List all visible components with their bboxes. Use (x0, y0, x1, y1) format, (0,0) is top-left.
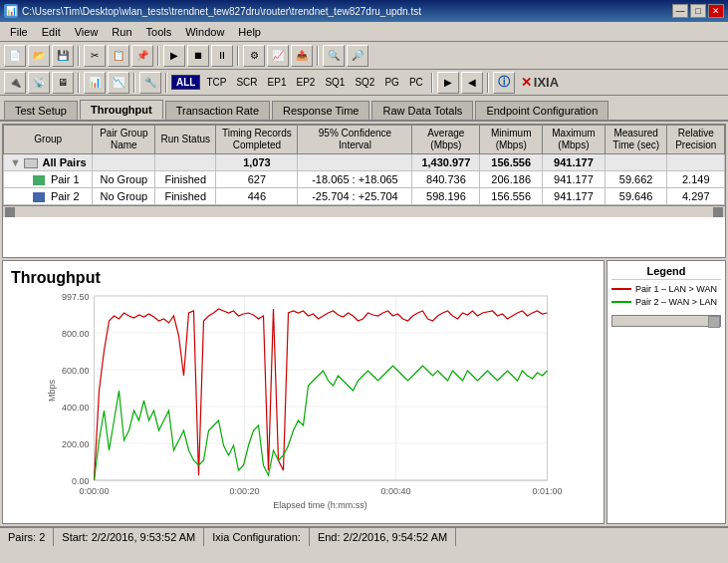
chart-title: Throughput (11, 269, 596, 287)
export-button[interactable]: 📤 (291, 45, 313, 67)
zoom-in-button[interactable]: 🔍 (323, 45, 345, 67)
info-button[interactable]: ⓘ (493, 72, 515, 94)
tb2-btn4[interactable]: 📊 (84, 72, 106, 94)
cut-button[interactable]: ✂ (84, 45, 106, 67)
tab-test-setup[interactable]: Test Setup (4, 101, 78, 120)
tab-endpoint-config[interactable]: Endpoint Configuration (475, 101, 608, 120)
toolbar2-separator-1 (78, 73, 80, 93)
proto-scr[interactable]: SCR (232, 76, 261, 89)
svg-text:400.00: 400.00 (62, 403, 90, 413)
all-button[interactable]: ALL (171, 75, 200, 90)
minimize-button[interactable]: — (672, 4, 688, 18)
settings-button[interactable]: ⚙ (243, 45, 265, 67)
end-time: End: 2/2/2016, 9:54:52 AM (318, 531, 447, 543)
cell-group: ▼ All Pairs (4, 154, 93, 171)
save-button[interactable]: 💾 (52, 45, 74, 67)
status-ixia-config: Ixia Configuration: (204, 528, 310, 546)
tab-raw-data-totals[interactable]: Raw Data Totals (371, 101, 473, 120)
toolbar-separator-1 (78, 46, 80, 66)
close-button[interactable]: ✕ (708, 4, 724, 18)
menu-view[interactable]: View (69, 25, 105, 39)
menu-bar: File Edit View Run Tools Window Help (0, 22, 728, 42)
cell-pair-group-name (93, 154, 155, 171)
col-pair-group-name: Pair GroupName (93, 126, 155, 154)
menu-tools[interactable]: Tools (140, 25, 178, 39)
cell-timing-records: 1,073 (216, 154, 298, 171)
proto-ep2[interactable]: EP2 (292, 76, 319, 89)
status-pairs: Pairs: 2 (0, 528, 54, 546)
tab-bar: Test Setup Throughput Transaction Rate R… (0, 96, 728, 122)
title-bar: 📊 C:\Users\Tim\Desktop\wlan_tests\trendn… (0, 0, 728, 22)
menu-help[interactable]: Help (232, 25, 267, 39)
menu-file[interactable]: File (4, 25, 34, 39)
col-run-status: Run Status (155, 126, 216, 154)
back-button[interactable]: ◀ (461, 72, 483, 94)
paste-button[interactable]: 📌 (131, 45, 153, 67)
chart-container: Throughput 997.50 800.00 600.00 400.00 (2, 260, 726, 524)
cell-minimum: 206.186 (480, 171, 543, 188)
maximize-button[interactable]: □ (690, 4, 706, 18)
cell-measured-time (605, 154, 667, 171)
new-button[interactable]: 📄 (4, 45, 26, 67)
tb2-btn5[interactable]: 📉 (108, 72, 129, 94)
cell-relative-precision: 4.297 (667, 188, 725, 205)
menu-run[interactable]: Run (106, 25, 137, 39)
legend-line-pair1 (611, 288, 631, 290)
legend-area: Legend Pair 1 – LAN > WAN Pair 2 – WAN >… (607, 260, 726, 524)
legend-scrollbar[interactable] (611, 315, 721, 327)
svg-text:600.00: 600.00 (62, 366, 90, 376)
chart-button[interactable]: 📈 (267, 45, 289, 67)
table-row[interactable]: ▼ All Pairs 1,073 1,430.977 156.556 941.… (4, 154, 725, 171)
tab-throughput[interactable]: Throughput (80, 100, 163, 120)
legend-label-pair1: Pair 1 – LAN > WAN (635, 284, 717, 294)
tab-response-time[interactable]: Response Time (272, 101, 369, 120)
col-group: Group (4, 126, 93, 154)
table-row[interactable]: Pair 1 No Group Finished 627 -18.065 : +… (4, 171, 725, 188)
col-average: Average(Mbps) (412, 126, 480, 154)
tb2-btn1[interactable]: 🔌 (4, 72, 26, 94)
proto-sq1[interactable]: SQ1 (321, 76, 349, 89)
cell-relative-precision (667, 154, 725, 171)
tb2-btn6[interactable]: 🔧 (139, 72, 161, 94)
proto-ep1[interactable]: EP1 (264, 76, 291, 89)
proto-sq2[interactable]: SQ2 (351, 76, 378, 89)
menu-window[interactable]: Window (179, 25, 230, 39)
proto-pg[interactable]: PG (380, 76, 402, 89)
pause-button[interactable]: ⏸ (211, 45, 233, 67)
tb2-btn3[interactable]: 🖥 (52, 72, 74, 94)
toolbar-separator-3 (237, 46, 239, 66)
cell-maximum: 941.177 (543, 188, 606, 205)
cell-average: 840.736 (412, 171, 480, 188)
toolbar-separator-2 (157, 46, 159, 66)
zoom-out-button[interactable]: 🔎 (347, 45, 368, 67)
cell-measured-time: 59.646 (605, 188, 667, 205)
tb2-btn2[interactable]: 📡 (28, 72, 50, 94)
tab-transaction-rate[interactable]: Transaction Rate (165, 101, 270, 120)
svg-text:Elapsed time (h:mm:ss): Elapsed time (h:mm:ss) (273, 500, 367, 510)
col-timing-records: Timing RecordsCompleted (216, 126, 298, 154)
table-row[interactable]: Pair 2 No Group Finished 446 -25.704 : +… (4, 188, 725, 205)
cell-average: 598.196 (412, 188, 480, 205)
run-button[interactable]: ▶ (163, 45, 185, 67)
proto-tcp[interactable]: TCP (202, 76, 230, 89)
cell-run-status: Finished (155, 188, 216, 205)
cell-confidence: -18.065 : +18.065 (298, 171, 412, 188)
open-button[interactable]: 📂 (28, 45, 50, 67)
ixia-config-label: Ixia Configuration: (212, 531, 301, 543)
cell-relative-precision: 2.149 (667, 171, 725, 188)
window-title: C:\Users\Tim\Desktop\wlan_tests\trendnet… (22, 6, 421, 17)
forward-button[interactable]: ▶ (437, 72, 459, 94)
legend-label-pair2: Pair 2 – WAN > LAN (635, 297, 717, 307)
horizontal-scrollbar[interactable] (3, 205, 725, 217)
col-confidence: 95% ConfidenceInterval (298, 126, 412, 154)
menu-edit[interactable]: Edit (36, 25, 67, 39)
copy-button[interactable]: 📋 (108, 45, 129, 67)
proto-pc[interactable]: PC (405, 76, 427, 89)
pairs-count: Pairs: 2 (8, 531, 45, 543)
toolbar-2: 🔌 📡 🖥 📊 📉 🔧 ALL TCP SCR EP1 EP2 SQ1 SQ2 … (0, 70, 728, 96)
cell-confidence (298, 154, 412, 171)
app-icon: 📊 (4, 4, 18, 18)
toolbar2-separator-2 (133, 73, 135, 93)
stop-button[interactable]: ⏹ (187, 45, 209, 67)
toolbar-separator-4 (317, 46, 319, 66)
